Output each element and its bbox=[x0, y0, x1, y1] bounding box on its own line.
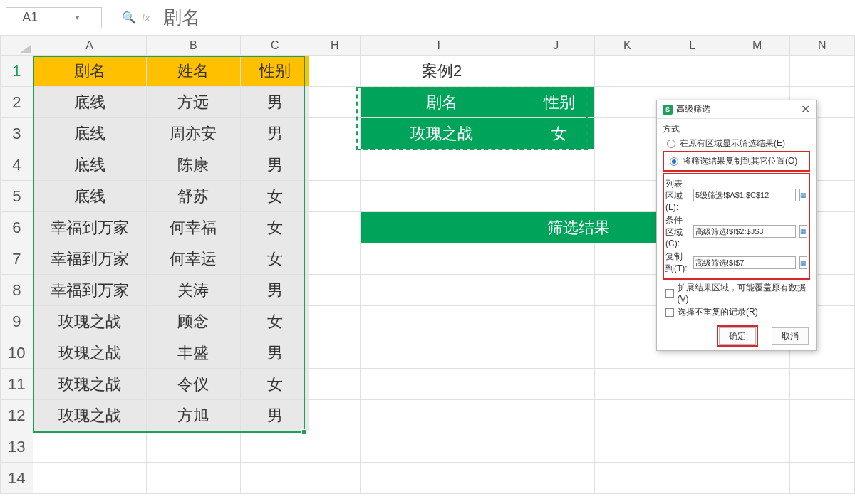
row-header-13[interactable]: 13 bbox=[1, 431, 33, 463]
radio-filter-inplace[interactable]: 在原有区域显示筛选结果(E) bbox=[667, 137, 810, 149]
row-header-11[interactable]: 11 bbox=[1, 369, 33, 400]
row-header-12[interactable]: 12 bbox=[1, 400, 33, 431]
select-all-corner[interactable] bbox=[1, 36, 33, 56]
col-header-H[interactable]: H bbox=[309, 36, 361, 56]
dialog-titlebar[interactable]: S 高级筛选 ✕ bbox=[657, 100, 816, 119]
copy-to-input[interactable] bbox=[693, 256, 796, 269]
close-icon[interactable]: ✕ bbox=[801, 104, 810, 115]
cell-H1[interactable] bbox=[309, 56, 361, 87]
list-range-input[interactable] bbox=[693, 189, 796, 201]
highlight-box-radio: 将筛选结果复制到其它位置(O) bbox=[663, 151, 810, 172]
radio-icon bbox=[670, 157, 678, 166]
cell-J2[interactable]: 性别 bbox=[517, 87, 595, 118]
col-header-N[interactable]: N bbox=[789, 36, 854, 56]
range-picker-icon[interactable]: ▦ bbox=[799, 256, 807, 269]
cell-A3[interactable]: 底线 bbox=[33, 118, 146, 149]
name-box[interactable]: A1 ▾ bbox=[6, 7, 102, 28]
cell-A1[interactable]: 剧名 bbox=[33, 56, 146, 87]
criteria-range-input[interactable] bbox=[693, 225, 796, 238]
cancel-button[interactable]: 取消 bbox=[772, 327, 809, 345]
col-header-B[interactable]: B bbox=[146, 36, 241, 56]
cell-B1[interactable]: 姓名 bbox=[146, 56, 241, 87]
row-header-4[interactable]: 4 bbox=[1, 149, 33, 181]
cell-B3[interactable]: 周亦安 bbox=[146, 118, 241, 149]
cell-B2[interactable]: 方远 bbox=[146, 87, 241, 118]
name-box-value: A1 bbox=[6, 10, 54, 25]
cell-C1[interactable]: 性别 bbox=[241, 56, 309, 87]
range-picker-icon[interactable]: ▦ bbox=[799, 225, 807, 238]
highlight-box-fields: 列表区域(L): ▦ 条件区域(C): ▦ 复制到(T): ▦ bbox=[663, 173, 810, 280]
radio-copy-elsewhere[interactable]: 将筛选结果复制到其它位置(O) bbox=[670, 155, 807, 167]
checkbox-icon bbox=[665, 289, 674, 298]
row-header-3[interactable]: 3 bbox=[1, 118, 33, 149]
col-header-C[interactable]: C bbox=[241, 36, 309, 56]
checkbox-extend-area[interactable]: 扩展结果区域，可能覆盖原有数据(V) bbox=[665, 282, 810, 304]
row-header-10[interactable]: 10 bbox=[1, 337, 33, 369]
cell-I2[interactable]: 剧名 bbox=[361, 87, 517, 118]
fx-icon[interactable]: fx bbox=[142, 11, 150, 23]
cell-I1[interactable]: 案例2 bbox=[361, 56, 517, 87]
search-icon[interactable]: 🔍 bbox=[122, 11, 136, 24]
formula-value[interactable]: 剧名 bbox=[163, 5, 200, 30]
cell-C2[interactable]: 男 bbox=[241, 87, 309, 118]
ok-button[interactable]: 确定 bbox=[719, 327, 756, 345]
row-header-14[interactable]: 14 bbox=[1, 463, 33, 494]
name-box-dropdown-icon[interactable]: ▾ bbox=[54, 14, 102, 21]
row-header-2[interactable]: 2 bbox=[1, 87, 33, 118]
checkbox-unique[interactable]: 选择不重复的记录(R) bbox=[665, 306, 810, 318]
row-header-5[interactable]: 5 bbox=[1, 181, 33, 212]
cell-A2[interactable]: 底线 bbox=[33, 87, 146, 118]
criteria-range-label: 条件区域(C): bbox=[665, 214, 690, 248]
cell-J1[interactable] bbox=[517, 56, 595, 87]
cell-I3[interactable]: 玫瑰之战 bbox=[361, 118, 517, 149]
row-header-9[interactable]: 9 bbox=[1, 306, 33, 337]
row-header-6[interactable]: 6 bbox=[1, 212, 33, 243]
copy-to-label: 复制到(T): bbox=[665, 251, 690, 275]
dialog-title: 高级筛选 bbox=[676, 103, 710, 115]
col-header-K[interactable]: K bbox=[595, 36, 660, 56]
mode-label: 方式 bbox=[663, 123, 810, 135]
range-picker-icon[interactable]: ▦ bbox=[799, 189, 807, 201]
app-logo-icon: S bbox=[663, 105, 673, 115]
col-header-J[interactable]: J bbox=[517, 36, 595, 56]
formula-bar: A1 ▾ 🔍 fx 剧名 bbox=[0, 0, 855, 36]
list-range-label: 列表区域(L): bbox=[665, 178, 690, 212]
row-header-1[interactable]: 1 bbox=[1, 56, 33, 87]
cell-C3[interactable]: 男 bbox=[241, 118, 309, 149]
radio-icon bbox=[667, 140, 675, 148]
advanced-filter-dialog: S 高级筛选 ✕ 方式 在原有区域显示筛选结果(E) 将筛选结果复制到其它位置(… bbox=[656, 100, 817, 351]
row-1: 1 剧名 姓名 性别 案例2 bbox=[1, 56, 855, 87]
row-header-8[interactable]: 8 bbox=[1, 275, 33, 306]
column-header-row: A B C H I J K L M N bbox=[1, 36, 855, 56]
col-header-I[interactable]: I bbox=[361, 36, 517, 56]
row-header-7[interactable]: 7 bbox=[1, 243, 33, 275]
cell-J3[interactable]: 女 bbox=[517, 118, 595, 149]
col-header-M[interactable]: M bbox=[725, 36, 789, 56]
col-header-L[interactable]: L bbox=[660, 36, 725, 56]
col-header-A[interactable]: A bbox=[33, 36, 146, 56]
checkbox-icon bbox=[665, 308, 674, 317]
